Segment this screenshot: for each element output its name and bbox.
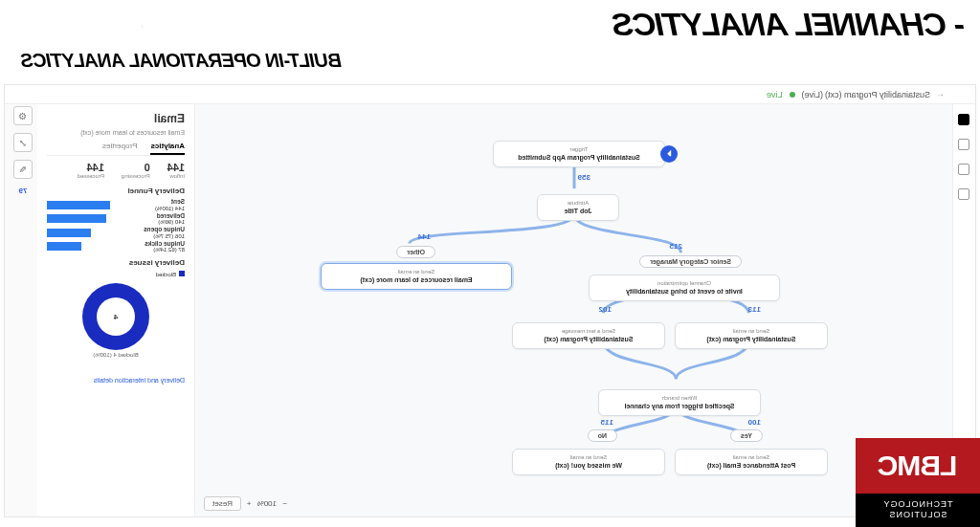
node-sms-program[interactable]: Send a text message Sustainability Progr… bbox=[512, 322, 665, 349]
zoom-value: 100% bbox=[257, 499, 277, 508]
edge-count-215: 215 bbox=[670, 242, 682, 251]
zoom-reset-button[interactable]: Reset bbox=[204, 496, 241, 511]
edge-count-113: 113 bbox=[748, 305, 761, 314]
funnel-row: Delivered140 (96%) bbox=[47, 213, 185, 226]
node-email-resources[interactable]: Send an email Email resources to learn m… bbox=[321, 263, 512, 290]
legend-swatch-icon bbox=[179, 271, 185, 276]
funnel-row: Unique opens106 (75.7%) bbox=[47, 227, 185, 239]
edge-count-102: 102 bbox=[599, 305, 612, 314]
edge-count-144: 144 bbox=[418, 232, 431, 241]
details-link[interactable]: Delivery and interaction details bbox=[47, 377, 185, 384]
branch-other[interactable]: Other bbox=[396, 246, 435, 258]
analytics-panel: Email Email resources to learn more (cxt… bbox=[37, 104, 195, 516]
flow-canvas[interactable]: ⏵ Trigger Sustainability Program App Sub… bbox=[196, 104, 952, 516]
live-dot-icon bbox=[790, 92, 795, 98]
slide-subtitle: BUILT-IN OPERATIONAL ANALYTICS bbox=[21, 50, 342, 72]
live-label: Live bbox=[767, 90, 783, 99]
edge-count-115: 115 bbox=[601, 418, 613, 427]
tab-analytics[interactable]: Analytics bbox=[150, 142, 185, 155]
workflow-status: (Live) bbox=[801, 90, 823, 99]
edge-count-359: 359 bbox=[578, 173, 590, 182]
node-we-missed-you[interactable]: Send an email We missed you! (cxt) bbox=[512, 449, 665, 475]
right-tool-rail: ⚙ ⤢ ✎ 79 bbox=[9, 106, 37, 195]
funnel-row: Unique clicks87 (62.14%) bbox=[47, 241, 185, 253]
tab-properties[interactable]: Properties bbox=[102, 142, 137, 155]
node-attribute[interactable]: Attribute Job Title bbox=[537, 194, 619, 221]
node-type: Trigger bbox=[501, 146, 657, 152]
panel-title: Email bbox=[47, 112, 185, 125]
slide-title: - CHANNEL ANALYTICS bbox=[612, 6, 965, 43]
nav-item-2[interactable] bbox=[959, 139, 970, 150]
tool-comments[interactable]: ✎ bbox=[13, 160, 33, 179]
zoom-out-button[interactable]: − bbox=[282, 499, 287, 508]
nav-workflow-icon[interactable] bbox=[959, 114, 970, 125]
logo-brand: LBMC bbox=[856, 438, 980, 494]
rail-count: 79 bbox=[19, 187, 28, 195]
node-if-then[interactable]: If/then branch Specified trigger from an… bbox=[598, 389, 761, 416]
metrics-row: 144Inflow 0Processing 144Processed bbox=[47, 162, 185, 179]
donut-caption: Blocked 4 (100%) bbox=[47, 352, 185, 358]
funnel-title: Delivery Funnel bbox=[47, 187, 185, 195]
funnel-chart: Sent144 (100%)Delivered140 (96%)Unique o… bbox=[47, 199, 185, 253]
legend-label: Blocked bbox=[156, 272, 176, 277]
tool-settings[interactable]: ⚙ bbox=[13, 106, 33, 125]
branch-no[interactable]: No bbox=[588, 429, 617, 442]
issues-donut-chart: 4 bbox=[82, 283, 149, 350]
node-channel-opt[interactable]: Channel optimization Invite to event to … bbox=[589, 274, 780, 301]
panel-step-name: Email resources to learn more (cxt) bbox=[47, 129, 185, 136]
back-arrow-icon[interactable]: ← bbox=[936, 90, 945, 99]
nav-item-3[interactable] bbox=[959, 164, 970, 175]
zoom-controls: − 100% + Reset bbox=[204, 496, 287, 511]
workflow-tab[interactable]: ← Sustainability Program (cxt) (Live) Li… bbox=[5, 85, 975, 104]
nav-item-4[interactable] bbox=[959, 188, 970, 200]
node-trigger[interactable]: ⏵ Trigger Sustainability Program App Sub… bbox=[493, 141, 665, 167]
branch-senior[interactable]: Senior Category Manager bbox=[639, 255, 742, 268]
lbmc-logo: LBMC TECHNOLOGY SOLUTIONS bbox=[856, 438, 980, 527]
branch-yes[interactable]: Yes bbox=[730, 429, 763, 442]
trigger-badge-icon: ⏵ bbox=[660, 145, 678, 163]
tool-expand[interactable]: ⤢ bbox=[13, 133, 33, 152]
node-post-attendance[interactable]: Send an email Post Attendance Email (cxt… bbox=[675, 449, 828, 475]
workflow-name: Sustainability Program (cxt) bbox=[825, 90, 930, 99]
funnel-row: Sent144 (100%) bbox=[47, 199, 185, 211]
issues-title: Delivery issues bbox=[47, 258, 185, 267]
zoom-in-button[interactable]: + bbox=[247, 499, 252, 508]
node-label: Sustainability Program App Submitted bbox=[501, 154, 657, 162]
node-email-program-a[interactable]: Send an email Sustainability Program (cx… bbox=[675, 322, 828, 349]
app-window: ← Sustainability Program (cxt) (Live) Li… bbox=[4, 84, 976, 517]
edge-count-100: 100 bbox=[748, 418, 761, 427]
logo-line2: SOLUTIONS bbox=[856, 510, 980, 521]
donut-center: 4 bbox=[114, 313, 118, 321]
logo-line1: TECHNOLOGY bbox=[856, 499, 980, 511]
